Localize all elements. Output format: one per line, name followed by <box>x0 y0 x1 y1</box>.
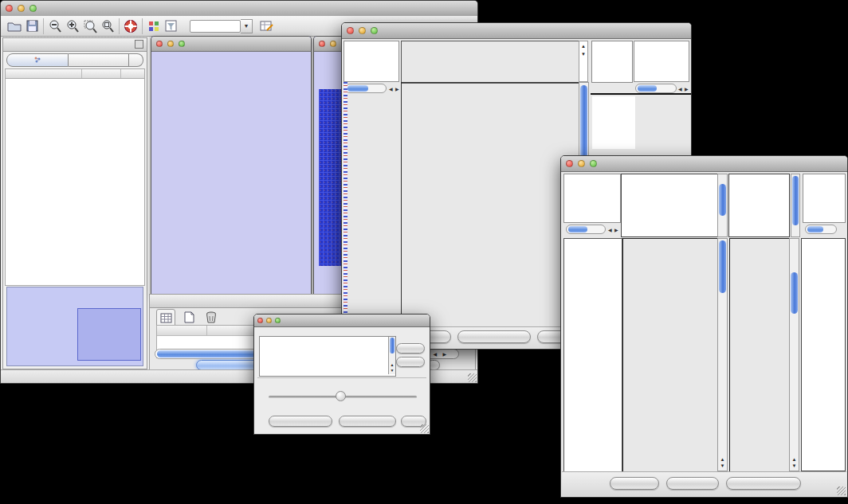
mini-correlation-matrix[interactable] <box>592 96 635 149</box>
tab-network[interactable] <box>6 53 69 67</box>
view-status-text <box>564 178 620 179</box>
dense-network-block[interactable] <box>319 89 343 266</box>
export-graphics-button[interactable] <box>457 330 531 343</box>
network-view-title-bar[interactable] <box>151 37 311 52</box>
zoom-selected-icon[interactable] <box>81 18 99 34</box>
close-button[interactable] <box>347 27 354 34</box>
heatmap-vscrollbar[interactable]: ▲▼ <box>717 238 728 471</box>
minimize-button[interactable] <box>359 27 366 34</box>
column-dendrogram-canvas[interactable] <box>401 41 579 84</box>
vscroll-thumb[interactable] <box>390 338 395 354</box>
scroll-left-icon[interactable]: ◀ <box>677 85 683 93</box>
scroll-left-icon[interactable]: ◀ <box>607 226 613 234</box>
zoom-out-icon[interactable] <box>46 18 64 34</box>
save-icon[interactable] <box>23 18 41 34</box>
tab-vizmapper[interactable] <box>69 53 129 67</box>
minimize-button[interactable] <box>578 160 585 167</box>
close-button[interactable] <box>257 318 263 323</box>
open-folder-icon[interactable] <box>6 18 23 34</box>
minimize-button[interactable] <box>330 41 336 47</box>
edit-table-icon[interactable] <box>257 18 275 34</box>
treeview2-button-bar <box>562 471 846 496</box>
heatmap-canvas[interactable] <box>401 82 579 329</box>
network-table-header <box>5 68 145 79</box>
heatmap-canvas[interactable] <box>622 238 718 473</box>
settings-button[interactable] <box>610 477 659 490</box>
move-up-button[interactable] <box>396 343 425 354</box>
desktop: ▼ <box>0 0 848 504</box>
zoom-button[interactable] <box>179 41 185 47</box>
treeview1-view-status-panel <box>344 41 399 82</box>
dialog-title-bar[interactable] <box>254 315 430 327</box>
treeview2-title-bar[interactable] <box>561 156 847 172</box>
minimize-button[interactable] <box>266 318 272 323</box>
vscroll-thumb[interactable] <box>719 184 726 216</box>
treeview2-status-scrollbar[interactable] <box>566 225 606 234</box>
scroll-right-icon[interactable]: ▶ <box>684 85 689 93</box>
search-input[interactable] <box>190 20 241 33</box>
tab-overflow-arrow[interactable] <box>129 53 143 67</box>
close-button[interactable] <box>566 160 573 167</box>
column-header-id[interactable] <box>157 326 207 335</box>
main-title-bar[interactable] <box>1 1 477 17</box>
zoom-button[interactable] <box>371 27 378 34</box>
zoom-button[interactable] <box>590 160 597 167</box>
treeview1-title-bar[interactable] <box>342 23 691 39</box>
treeview2-hints-scrollbar[interactable] <box>805 225 837 234</box>
scroll-left-icon[interactable]: ◀ <box>432 350 438 358</box>
treeview2-gene-list <box>801 238 846 471</box>
resize-grip[interactable] <box>837 486 846 495</box>
treeview1-hints-scrollbar[interactable] <box>635 84 677 93</box>
resize-grip[interactable] <box>420 424 429 433</box>
scroll-right-icon[interactable]: ▶ <box>614 226 619 234</box>
control-panel-tabs <box>6 53 143 67</box>
vscroll-thumb[interactable] <box>792 176 799 225</box>
trash-icon[interactable] <box>202 309 220 326</box>
usage-hints-text <box>634 45 689 46</box>
labels-vscrollbar[interactable] <box>791 174 800 237</box>
overview-viewport-rect[interactable] <box>77 308 141 361</box>
animation-slider-thumb[interactable] <box>336 391 346 401</box>
filter-document-icon[interactable] <box>163 18 180 34</box>
animate-vizmap-button[interactable] <box>269 416 332 427</box>
zoom-button[interactable] <box>29 5 37 12</box>
summary-heatmap-canvas[interactable] <box>729 238 790 473</box>
row-dendrogram-canvas[interactable] <box>563 238 622 473</box>
close-button[interactable] <box>156 41 163 47</box>
network-graph-canvas[interactable] <box>151 51 309 294</box>
create-vizmap-button[interactable] <box>339 416 396 427</box>
treeview1-rotated-labels <box>591 41 633 83</box>
resize-grip[interactable] <box>468 373 477 382</box>
zoom-button[interactable] <box>275 318 281 323</box>
divider <box>591 93 691 95</box>
close-button[interactable] <box>319 41 325 47</box>
top-area-vscrollbar[interactable] <box>717 174 728 237</box>
help-lifebuoy-icon[interactable] <box>122 18 139 34</box>
vizmapper-grid-icon[interactable] <box>145 18 163 34</box>
minimize-button[interactable] <box>18 5 25 12</box>
treeview2-rotated-column-labels <box>728 174 790 237</box>
vscroll-thumb[interactable] <box>791 272 798 314</box>
row-dendrogram-canvas[interactable] <box>347 82 399 327</box>
list-vscrollbar[interactable]: ▲▼ <box>388 337 395 374</box>
treeview2-usage-hints-panel <box>803 174 846 223</box>
network-view-window <box>151 36 312 295</box>
zoom-fit-icon[interactable] <box>99 18 116 34</box>
vscroll-thumb[interactable] <box>719 240 726 293</box>
float-panel-icon[interactable] <box>135 40 143 49</box>
treeview2-window: ◀ ▶ ▲▼ ▲▼ <box>560 155 848 498</box>
move-down-button[interactable] <box>396 357 425 367</box>
animation-section <box>257 377 426 412</box>
scroll-right-icon[interactable]: ▶ <box>442 350 447 358</box>
new-document-icon[interactable] <box>180 309 198 326</box>
export-graphics-button[interactable] <box>726 477 801 490</box>
zoom-in-icon[interactable] <box>64 18 81 34</box>
minimize-button[interactable] <box>167 41 174 47</box>
attribute-list[interactable]: ▲▼ <box>259 336 396 377</box>
search-dropdown-arrow-icon[interactable]: ▼ <box>241 19 253 33</box>
summary-vscrollbar[interactable]: ▲▼ <box>789 238 799 471</box>
save-data-button[interactable] <box>666 477 719 490</box>
close-button[interactable] <box>6 5 13 12</box>
control-panel <box>2 37 147 369</box>
dendrogram-mini-scrollbar[interactable]: ▲▼ <box>579 41 588 82</box>
